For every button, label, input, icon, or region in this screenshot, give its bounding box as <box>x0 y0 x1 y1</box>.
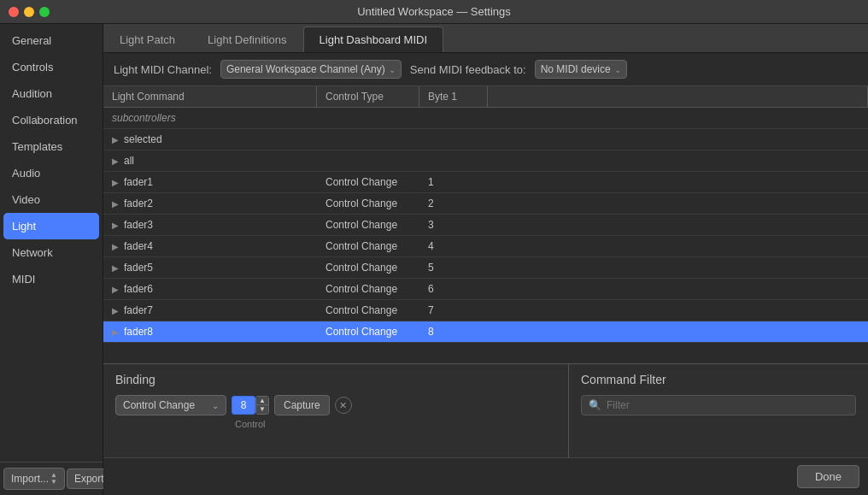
window: Untitled Workspace — Settings General Co… <box>0 0 868 495</box>
header-extra <box>488 86 868 107</box>
expand-icon: ▶ <box>112 199 119 209</box>
expand-icon: ▶ <box>112 242 119 251</box>
table-row[interactable]: ▶ selected <box>103 129 868 150</box>
main-layout: General Controls Audition Collaboration … <box>0 24 868 495</box>
search-icon: 🔍 <box>589 399 601 411</box>
filter-panel: Command Filter 🔍 <box>569 364 868 457</box>
sidebar-item-controls[interactable]: Controls <box>0 54 103 80</box>
clear-binding-button[interactable]: ✕ <box>335 397 352 414</box>
binding-title: Binding <box>115 373 556 386</box>
titlebar: Untitled Workspace — Settings <box>0 0 868 24</box>
maximize-button[interactable] <box>39 7 50 17</box>
table-row[interactable]: ▶ fader7 Control Change 7 <box>103 300 868 321</box>
sidebar-item-video[interactable]: Video <box>0 186 103 213</box>
expand-icon: ▶ <box>112 178 119 187</box>
tabs-bar: Light Patch Light Definitions Light Dash… <box>103 24 868 53</box>
sidebar-item-light[interactable]: Light <box>3 213 99 239</box>
midi-channel-label: Light MIDI Channel: <box>114 63 212 76</box>
chevron-down-icon: ⌄ <box>389 65 396 74</box>
capture-button[interactable]: Capture <box>274 395 330 415</box>
sidebar-item-network[interactable]: Network <box>0 239 103 266</box>
table-row[interactable]: ▶ fader1 Control Change 1 <box>103 172 868 193</box>
midi-channel-dropdown[interactable]: General Workspace Channel (Any) ⌄ <box>220 60 402 79</box>
feedback-label: Send MIDI feedback to: <box>410 63 526 76</box>
tab-light-dashboard-midi[interactable]: Light Dashboard MIDI <box>303 27 443 52</box>
bottom-panel: Binding Control Change ⌄ 8 ▲ ▼ <box>103 363 868 457</box>
table-row[interactable]: ▶ fader6 Control Change 6 <box>103 279 868 300</box>
expand-icon: ▶ <box>112 221 119 230</box>
minimize-button[interactable] <box>24 7 34 17</box>
header-light-command: Light Command <box>103 86 317 107</box>
command-filter-title: Command Filter <box>581 373 856 386</box>
expand-icon: ▶ <box>112 306 119 315</box>
header-control-type: Control Type <box>317 86 419 107</box>
sidebar-item-templates[interactable]: Templates <box>0 133 103 160</box>
binding-type-dropdown[interactable]: Control Change ⌄ <box>115 395 226 415</box>
filter-input[interactable] <box>607 399 848 411</box>
table-rows: ▶ selected ▶ all ▶ fader1 Control Change… <box>103 129 868 343</box>
binding-number[interactable]: 8 <box>232 396 255 415</box>
sidebar-bottom: Import... ▲ ▼ Export... <box>0 462 103 495</box>
options-bar: Light MIDI Channel: General Workspace Ch… <box>103 53 868 86</box>
subcontrollers-row: subcontrollers <box>103 108 868 129</box>
feedback-dropdown[interactable]: No MIDI device ⌄ <box>535 60 627 79</box>
expand-icon: ▶ <box>112 327 119 337</box>
expand-icon: ▶ <box>112 156 119 166</box>
bottom-buttons: Done <box>103 457 868 495</box>
done-button[interactable]: Done <box>797 465 859 488</box>
traffic-lights <box>9 7 50 17</box>
control-label: Control <box>235 419 556 429</box>
table-area: Light Command Control Type Byte 1 subcon… <box>103 86 868 363</box>
stepper-up-icon[interactable]: ▲ <box>256 397 268 405</box>
import-button[interactable]: Import... ▲ ▼ <box>3 468 65 490</box>
chevron-down-icon-2: ⌄ <box>614 65 621 74</box>
table-row[interactable]: ▶ fader2 Control Change 2 <box>103 193 868 215</box>
sidebar: General Controls Audition Collaboration … <box>0 24 103 495</box>
binding-controls: Control Change ⌄ 8 ▲ ▼ Capture <box>115 395 556 415</box>
sidebar-item-midi[interactable]: MIDI <box>0 266 103 292</box>
stepper-down-icon[interactable]: ▼ <box>256 405 268 414</box>
chevron-down-icon-3: ⌄ <box>212 401 219 410</box>
tab-light-patch[interactable]: Light Patch <box>103 27 191 52</box>
expand-icon: ▶ <box>112 135 119 144</box>
number-stepper: ▲ ▼ <box>255 396 269 415</box>
table-row[interactable]: ▶ fader5 Control Change 5 <box>103 257 868 279</box>
close-button[interactable] <box>9 7 19 17</box>
content-area: Light Patch Light Definitions Light Dash… <box>103 24 868 495</box>
table-row[interactable]: ▶ fader3 Control Change 3 <box>103 215 868 236</box>
table-row[interactable]: ▶ fader4 Control Change 4 <box>103 236 868 257</box>
expand-icon: ▶ <box>112 285 119 294</box>
expand-icon: ▶ <box>112 263 119 273</box>
tab-light-definitions[interactable]: Light Definitions <box>191 27 303 52</box>
sidebar-item-general[interactable]: General <box>0 27 103 54</box>
table-row[interactable]: ▶ fader8 Control Change 8 <box>103 321 868 343</box>
table-row[interactable]: ▶ all <box>103 150 868 172</box>
table-header: Light Command Control Type Byte 1 <box>103 86 868 108</box>
filter-input-wrap: 🔍 <box>581 395 856 415</box>
window-title: Untitled Workspace — Settings <box>357 5 511 18</box>
number-input-group: 8 ▲ ▼ <box>232 396 269 415</box>
header-byte1: Byte 1 <box>419 86 488 107</box>
sidebar-item-audition[interactable]: Audition <box>0 80 103 107</box>
sidebar-item-audio[interactable]: Audio <box>0 160 103 186</box>
sidebar-item-collaboration[interactable]: Collaboration <box>0 107 103 133</box>
binding-panel: Binding Control Change ⌄ 8 ▲ ▼ <box>103 364 569 457</box>
